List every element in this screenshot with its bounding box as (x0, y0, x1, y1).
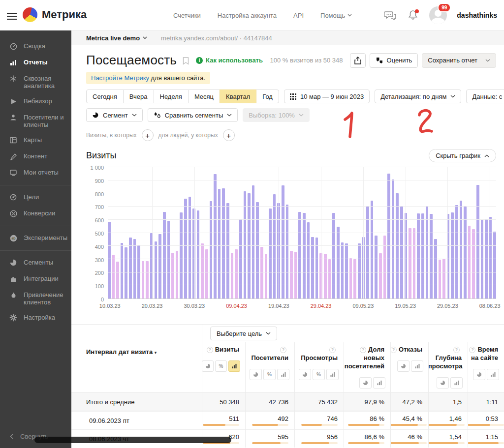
bookmark-icon[interactable] (183, 57, 189, 65)
counter-selector[interactable]: Metrica live demo (86, 34, 147, 42)
column-label[interactable]: ?Доля новых посетителей (344, 345, 390, 370)
sidebar-item-my-reports[interactable]: Мои отчеты (0, 165, 71, 181)
chart-bar[interactable] (121, 243, 124, 299)
chart-bar[interactable] (358, 243, 361, 299)
hide-chart-button[interactable]: Скрыть график (429, 149, 496, 162)
chart-bar[interactable] (337, 227, 340, 299)
chart-bar[interactable] (434, 239, 437, 299)
chart-bar[interactable] (180, 212, 183, 299)
pie-mode-button[interactable] (437, 377, 449, 388)
chart-bar[interactable] (345, 243, 348, 299)
period-week[interactable]: Неделя (154, 90, 189, 103)
chart-bar[interactable] (265, 254, 268, 299)
save-report-button[interactable]: Сохранить отчет (422, 53, 496, 68)
chart-bar[interactable] (163, 212, 166, 299)
chart-bar[interactable] (125, 247, 127, 299)
metrica-logo[interactable]: Метрика (23, 7, 87, 22)
chart-bar[interactable] (311, 237, 314, 299)
chart-bar[interactable] (298, 212, 301, 299)
sampling-selector[interactable]: Выборка: 100% (243, 108, 310, 122)
chat-icon[interactable] (384, 9, 397, 22)
chart-bar[interactable] (222, 188, 225, 299)
add-people-condition-button[interactable]: + (223, 129, 235, 141)
export-button[interactable] (350, 53, 366, 68)
setup-metrica-link[interactable]: Настройте Метрику (91, 74, 149, 82)
segment-button[interactable]: Сегмент (86, 108, 143, 122)
chart-bar[interactable] (307, 222, 310, 299)
how-to-use-link[interactable]: i Как использовать (196, 57, 263, 64)
username[interactable]: dashathinks (457, 11, 497, 19)
percent-mode-button[interactable]: % (313, 369, 325, 380)
chart-bar[interactable] (375, 236, 378, 299)
chart-bar[interactable] (210, 201, 213, 299)
help-icon[interactable]: ? (329, 347, 336, 353)
chart-bar[interactable] (315, 238, 318, 299)
chart-bar[interactable] (252, 185, 255, 299)
percent-mode-button[interactable]: % (263, 369, 276, 380)
sidebar-item-settings[interactable]: Настройка (0, 310, 71, 326)
chart-bar[interactable] (158, 234, 161, 299)
sidebar-item-integrations[interactable]: Интеграции (0, 271, 71, 287)
chart-bar[interactable] (493, 232, 496, 299)
data-mode-selector[interactable]: Данные: с роботами (466, 90, 504, 103)
chart-bar[interactable] (184, 199, 187, 299)
chart-bar[interactable] (116, 262, 119, 299)
help-icon[interactable]: ? (453, 347, 460, 353)
user-avatar[interactable]: 99 (429, 6, 447, 24)
chart-bar[interactable] (421, 213, 424, 299)
help-icon[interactable]: ? (360, 347, 366, 353)
bars-mode-button[interactable] (411, 360, 423, 372)
sidebar-item-maps[interactable]: Карты (0, 132, 71, 149)
chart-bar[interactable] (201, 243, 204, 299)
choose-goal-button[interactable]: Выберите цель (210, 327, 277, 340)
chart-bar[interactable] (133, 239, 136, 299)
chart-bar[interactable] (282, 185, 284, 299)
chart-bar[interactable] (328, 259, 331, 299)
add-visit-condition-button[interactable]: + (142, 129, 154, 141)
chart-bar[interactable] (244, 191, 247, 299)
chart-bar[interactable] (205, 249, 208, 299)
help-icon[interactable]: ? (390, 347, 397, 353)
chart-bar[interactable] (430, 214, 433, 299)
percent-mode-button[interactable]: % (215, 360, 227, 372)
chart-bar[interactable] (256, 202, 259, 299)
chart-bar[interactable] (226, 203, 229, 299)
chart-bar[interactable] (189, 197, 191, 299)
chart-bar[interactable] (273, 194, 276, 299)
chart-bar[interactable] (231, 253, 234, 299)
sidebar-item-experiments[interactable]: ab Эксперименты (0, 230, 71, 246)
bars-mode-button[interactable] (326, 369, 339, 380)
period-month[interactable]: Месяц (188, 90, 220, 103)
column-label[interactable]: ?Время на сайте (468, 345, 504, 362)
chart-bar[interactable] (155, 241, 158, 299)
bars-mode-button[interactable] (450, 377, 463, 388)
chart-bar[interactable] (468, 226, 471, 299)
chart-bar[interactable] (417, 213, 420, 299)
chart-bar[interactable] (460, 201, 463, 299)
column-header-date-interval[interactable]: Интервал дат визита ▾ (71, 342, 202, 392)
sidebar-item-cross-analytics[interactable]: Сквозная аналитика (0, 71, 71, 93)
period-year[interactable]: Год (256, 90, 279, 103)
chart-bar[interactable] (481, 220, 484, 299)
bars-mode-button[interactable] (228, 360, 240, 372)
chart-bar[interactable] (451, 212, 454, 299)
chart-bar[interactable] (146, 261, 149, 299)
sidebar-item-acquisition[interactable]: Привлечение клиентов (0, 287, 71, 310)
sidebar-item-webvisor[interactable]: Вебвизор (0, 93, 71, 110)
help-icon[interactable]: ? (469, 347, 475, 353)
chart-bar[interactable] (439, 260, 441, 299)
sidebar-item-segments[interactable]: Сегменты (0, 255, 71, 271)
period-yesterday[interactable]: Вчера (123, 90, 154, 103)
chart-bar[interactable] (303, 213, 306, 299)
chart-bar[interactable] (353, 259, 356, 299)
pie-mode-button[interactable] (299, 369, 311, 380)
chart-bar[interactable] (129, 238, 132, 299)
chart-bar[interactable] (349, 258, 352, 299)
chart-bar[interactable] (387, 174, 390, 299)
column-label[interactable]: ?Посетители (245, 345, 294, 362)
nav-help[interactable]: Помощь (320, 12, 352, 19)
compare-segments-button[interactable]: Сравнить сегменты (148, 108, 238, 122)
chart-bar[interactable] (409, 228, 411, 299)
chart-bar[interactable] (218, 189, 221, 299)
chart-bar[interactable] (286, 205, 289, 299)
